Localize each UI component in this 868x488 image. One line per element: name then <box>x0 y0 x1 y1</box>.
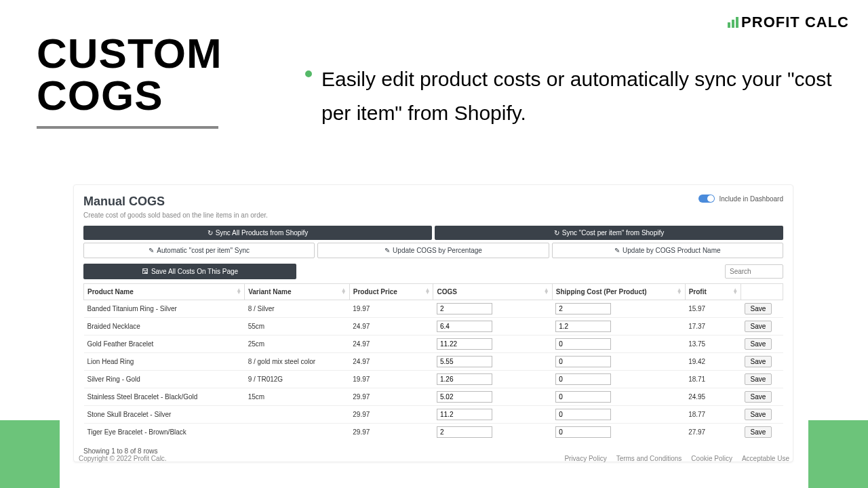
col-variant[interactable]: Variant Name▲▼ <box>245 284 350 300</box>
row-save-button[interactable]: Save <box>745 373 772 385</box>
row-save-button[interactable]: Save <box>745 303 772 314</box>
row-save-button[interactable]: Save <box>745 409 772 420</box>
cell-variant: 9 / TR012G <box>245 371 350 388</box>
col-profit[interactable]: Profit▲▼ <box>685 284 741 300</box>
cell-variant <box>245 406 350 424</box>
cogs-input[interactable] <box>437 409 492 420</box>
cell-price: 29.97 <box>349 406 433 424</box>
cogs-input[interactable] <box>437 303 492 314</box>
cell-variant: 55cm <box>245 318 350 336</box>
shipping-input[interactable] <box>555 356 611 367</box>
cogs-input[interactable] <box>437 373 492 385</box>
feature-bullet: Easily edit product costs or automatical… <box>305 62 841 129</box>
shipping-input[interactable] <box>555 426 611 438</box>
col-cogs[interactable]: COGS▲▼ <box>433 284 552 300</box>
cogs-input[interactable] <box>437 338 492 350</box>
cell-variant: 8 / Silver <box>245 300 350 318</box>
cell-price: 29.97 <box>349 388 433 406</box>
col-product[interactable]: Product Name▲▼ <box>84 284 245 300</box>
update-by-name-label: Update by COGS Product Name <box>623 247 721 254</box>
brand-logo: PROFIT CALC <box>728 14 849 31</box>
sync-cost-label: Sync "Cost per item" from Shopify <box>562 229 664 237</box>
cell-profit: 18.77 <box>685 406 741 424</box>
sort-icon: ▲▼ <box>236 289 241 296</box>
cell-product: Tiger Eye Bracelet - Brown/Black <box>84 424 245 441</box>
cell-profit: 27.97 <box>685 424 741 441</box>
table-row: Stone Skull Bracelet - Silver29.9718.77S… <box>84 406 783 424</box>
table-row: Silver Ring - Gold9 / TR012G19.9718.71Sa… <box>84 371 783 388</box>
manual-cogs-panel: Manual COGS Create cost of goods sold ba… <box>73 184 793 462</box>
table-row: Gold Feather Bracelet25cm24.9713.75Save <box>84 336 783 353</box>
update-percentage-button[interactable]: Update COGS by Percentage <box>317 243 549 258</box>
cogs-input[interactable] <box>437 356 492 367</box>
footer-link[interactable]: Terms and Conditions <box>616 455 682 462</box>
heading-line-2: COGS <box>37 72 163 119</box>
row-save-button[interactable]: Save <box>745 321 772 332</box>
cell-variant <box>245 424 350 441</box>
cell-price: 24.97 <box>349 353 433 371</box>
include-label: Include in Dashboard <box>719 195 783 203</box>
shipping-input[interactable] <box>555 391 611 403</box>
toggle-icon[interactable] <box>698 195 715 203</box>
copyright: Copyright © 2022 Profit Calc. <box>79 455 167 462</box>
cell-price: 24.97 <box>349 336 433 353</box>
shipping-input[interactable] <box>555 373 611 385</box>
table-row: Banded Titanium Ring - Silver8 / Silver1… <box>84 300 783 318</box>
include-dashboard-control[interactable]: Include in Dashboard <box>698 195 783 203</box>
sync-all-button[interactable]: Sync All Products from Shopify <box>83 226 432 240</box>
cell-product: Gold Feather Bracelet <box>84 336 245 353</box>
update-by-name-button[interactable]: Update by COGS Product Name <box>552 243 783 258</box>
cell-profit: 13.75 <box>685 336 741 353</box>
bullet-text: Easily edit product costs or automatical… <box>321 62 841 129</box>
row-save-button[interactable]: Save <box>745 426 772 438</box>
cell-product: Lion Head Ring <box>84 353 245 371</box>
col-action <box>741 284 783 300</box>
heading-underline <box>37 126 218 129</box>
cell-price: 29.97 <box>349 424 433 441</box>
panel-title: Manual COGS <box>83 195 268 209</box>
auto-sync-button[interactable]: Automatic "cost per item" Sync <box>83 243 315 258</box>
cell-profit: 17.37 <box>685 318 741 336</box>
row-save-button[interactable]: Save <box>745 391 772 403</box>
sort-icon: ▲▼ <box>341 289 347 296</box>
footer-link[interactable]: Acceptable Use <box>742 455 789 462</box>
sync-all-label: Sync All Products from Shopify <box>216 229 309 237</box>
row-save-button[interactable]: Save <box>745 338 772 350</box>
footer-link[interactable]: Cookie Policy <box>691 455 732 462</box>
table-row: Tiger Eye Bracelet - Brown/Black29.9727.… <box>84 424 783 441</box>
sort-icon: ▲▼ <box>732 289 738 296</box>
cell-profit: 19.42 <box>685 353 741 371</box>
shipping-input[interactable] <box>555 338 611 350</box>
edit-icon <box>149 247 154 254</box>
cell-product: Braided Necklace <box>84 318 245 336</box>
update-percentage-label: Update COGS by Percentage <box>393 247 482 254</box>
decor-corner-right <box>808 420 868 488</box>
brand-name: PROFIT CALC <box>741 14 849 31</box>
search-input[interactable] <box>725 264 783 279</box>
page-footer: Copyright © 2022 Profit Calc. Privacy Po… <box>79 455 789 462</box>
shipping-input[interactable] <box>555 303 611 314</box>
col-shipping[interactable]: Shipping Cost (Per Product)▲▼ <box>552 284 685 300</box>
footer-link[interactable]: Privacy Policy <box>564 455 606 462</box>
cell-variant: 25cm <box>245 336 350 353</box>
sync-cost-button[interactable]: Sync "Cost per item" from Shopify <box>435 226 783 240</box>
cell-product: Banded Titanium Ring - Silver <box>84 300 245 318</box>
save-all-button[interactable]: Save All Costs On This Page <box>83 264 296 279</box>
cell-product: Silver Ring - Gold <box>84 371 245 388</box>
shipping-input[interactable] <box>555 321 611 332</box>
cell-profit: 15.97 <box>685 300 741 318</box>
row-save-button[interactable]: Save <box>745 356 772 367</box>
cogs-input[interactable] <box>437 391 492 403</box>
page-heading: CUSTOM COGS <box>37 33 222 129</box>
sync-icon <box>554 229 559 237</box>
cogs-input[interactable] <box>437 321 492 332</box>
edit-icon <box>384 247 390 254</box>
panel-subtitle: Create cost of goods sold based on the l… <box>83 211 268 219</box>
table-row: Braided Necklace55cm24.9717.37Save <box>84 318 783 336</box>
sort-icon: ▲▼ <box>425 289 431 296</box>
shipping-input[interactable] <box>555 409 611 420</box>
cogs-input[interactable] <box>437 426 492 438</box>
col-price[interactable]: Product Price▲▼ <box>349 284 433 300</box>
cell-profit: 18.71 <box>685 371 741 388</box>
bars-icon <box>728 17 738 28</box>
